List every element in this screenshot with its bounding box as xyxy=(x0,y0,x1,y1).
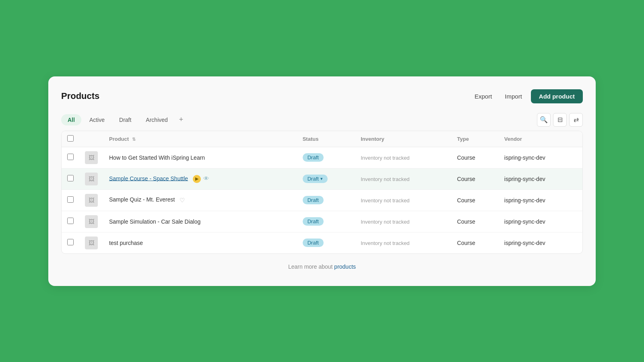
product-thumbnail-5: 🖼 xyxy=(85,237,98,249)
row-checkbox-1[interactable] xyxy=(67,154,74,160)
inventory-2: Inventory not tracked xyxy=(361,176,409,182)
table-row: 🖼Sample Simulation - Car Sale DialogDraf… xyxy=(62,211,582,232)
table-row: 🖼How to Get Started With iSpring LearnDr… xyxy=(62,147,582,168)
header-actions: Export Import Add product xyxy=(471,89,583,103)
footer-products-link[interactable]: products xyxy=(334,263,356,270)
col-vendor-header: Vendor xyxy=(499,131,582,147)
vendor-1: ispring-sync-dev xyxy=(504,154,545,161)
row-checkbox-2[interactable] xyxy=(67,175,74,181)
card-header: Products Export Import Add product xyxy=(61,89,583,103)
tabs-bar: All Active Draft Archived + xyxy=(61,114,186,125)
table-row: 🖼Sample Quiz - Mt. Everest ♡DraftInvento… xyxy=(62,189,582,211)
product-name-1: How to Get Started With iSpring Learn xyxy=(109,154,205,161)
status-badge-5: Draft xyxy=(303,239,324,247)
status-badge-4: Draft xyxy=(303,217,324,226)
product-name-4: Sample Simulation - Car Sale Dialog xyxy=(109,218,200,225)
footer: Learn more about products xyxy=(61,263,583,270)
type-3: Course xyxy=(457,197,475,204)
product-name-5: test purchase xyxy=(109,240,143,246)
inventory-1: Inventory not tracked xyxy=(361,155,409,161)
inventory-5: Inventory not tracked xyxy=(361,240,409,246)
product-thumbnail-3: 🖼 xyxy=(85,194,98,207)
tab-archived[interactable]: Archived xyxy=(139,114,174,125)
product-thumbnail-4: 🖼 xyxy=(85,215,98,228)
filter-icon: ⊟ xyxy=(557,116,563,123)
products-card: Products Export Import Add product All A… xyxy=(48,76,596,286)
col-status-header: Status xyxy=(297,131,355,147)
tab-all[interactable]: All xyxy=(61,114,81,125)
products-table: Product ⇅ Status Inventory Type Vendor 🖼… xyxy=(62,131,582,253)
customize-button[interactable]: ⇄ xyxy=(569,113,583,127)
col-inventory-header: Inventory xyxy=(355,131,451,147)
status-badge-1: Draft xyxy=(303,153,324,162)
row-icons-2: ▶ 👁 xyxy=(193,175,209,183)
heart-icon-3: ♡ xyxy=(180,197,185,204)
table-row: 🖼Sample Course - Space Shuttle ▶ 👁Draft … xyxy=(62,168,582,189)
col-check-header xyxy=(62,131,79,147)
inventory-4: Inventory not tracked xyxy=(361,219,409,225)
type-2: Course xyxy=(457,176,475,182)
row-checkbox-3[interactable] xyxy=(67,196,74,203)
select-all-checkbox[interactable] xyxy=(67,135,74,142)
inventory-3: Inventory not tracked xyxy=(361,197,409,204)
tab-draft[interactable]: Draft xyxy=(113,114,138,125)
products-table-wrap: Product ⇅ Status Inventory Type Vendor 🖼… xyxy=(61,131,583,254)
type-1: Course xyxy=(457,154,475,161)
add-product-button[interactable]: Add product xyxy=(531,89,583,103)
tab-active[interactable]: Active xyxy=(83,114,111,125)
vendor-3: ispring-sync-dev xyxy=(504,197,545,204)
product-thumbnail-2: 🖼 xyxy=(85,173,98,185)
col-type-header: Type xyxy=(452,131,499,147)
search-filter-button[interactable]: 🔍 xyxy=(537,113,551,127)
vendor-5: ispring-sync-dev xyxy=(504,240,545,246)
type-5: Course xyxy=(457,240,475,246)
import-button[interactable]: Import xyxy=(501,90,526,102)
footer-text: Learn more about xyxy=(288,263,334,270)
table-row: 🖼test purchaseDraftInventory not tracked… xyxy=(62,232,582,253)
product-sort-icon: ⇅ xyxy=(132,137,136,142)
page-title: Products xyxy=(61,91,99,101)
row-checkbox-4[interactable] xyxy=(67,218,74,224)
vendor-4: ispring-sync-dev xyxy=(504,218,545,225)
status-badge-3: Draft xyxy=(303,196,324,204)
add-tab-button[interactable]: + xyxy=(176,115,187,125)
search-icon: 🔍 xyxy=(540,116,548,123)
export-button[interactable]: Export xyxy=(471,90,496,102)
col-product-header[interactable]: Product ⇅ xyxy=(103,131,297,147)
type-4: Course xyxy=(457,218,475,225)
status-dropdown-arrow-2[interactable]: ▾ xyxy=(320,176,323,181)
eye-icon-2[interactable]: 👁 xyxy=(203,175,209,183)
filter-button[interactable]: ⊟ xyxy=(553,113,567,127)
row-checkbox-5[interactable] xyxy=(67,239,74,245)
cursor-icon-2: ▶ xyxy=(193,175,201,183)
vendor-2: ispring-sync-dev xyxy=(504,176,545,182)
product-name-3: Sample Quiz - Mt. Everest xyxy=(109,196,175,203)
toolbar-right: 🔍 ⊟ ⇄ xyxy=(537,113,583,127)
col-thumb-header xyxy=(79,131,103,147)
product-thumbnail-1: 🖼 xyxy=(85,151,98,164)
product-link-2[interactable]: Sample Course - Space Shuttle xyxy=(109,175,188,181)
customize-icon: ⇄ xyxy=(574,116,579,123)
status-badge-2[interactable]: Draft ▾ xyxy=(303,175,328,183)
